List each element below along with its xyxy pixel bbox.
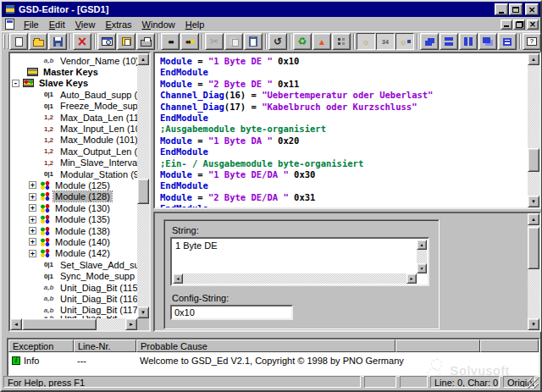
undo-button[interactable] [268, 33, 287, 50]
view-toggle-2-button[interactable] [376, 33, 395, 50]
scroll-left-icon[interactable]: ◄ [173, 273, 183, 284]
expand-icon[interactable]: + [29, 250, 36, 257]
code-area[interactable]: Module = "1 Byte DE " 0x10EndModuleModul… [155, 53, 528, 207]
app-icon[interactable] [5, 4, 15, 14]
scroll-left-icon[interactable]: ◄ [10, 318, 22, 330]
cascade-windows-button[interactable] [420, 33, 439, 50]
scroll-down-icon[interactable]: ▼ [417, 263, 427, 273]
settings-button[interactable] [332, 33, 351, 50]
tree-item-unit-diag-bit-116[interactable]: a,bUnit_Diag_Bit (116) [10, 293, 137, 304]
tile-vertical-button[interactable] [459, 33, 478, 50]
string-value[interactable]: 1 Byte DE [174, 240, 417, 273]
tree-item-unit-diag-bit-117[interactable]: a,bUnit_Diag_Bit (117) [10, 305, 137, 316]
tree-item-unit-diag-bit-115[interactable]: a,bUnit_Diag_Bit (115) [10, 282, 137, 293]
delete-button[interactable] [73, 33, 91, 50]
split-window-button[interactable] [498, 33, 517, 50]
tree-item-module-140[interactable]: +Module (140) [10, 236, 137, 247]
expand-icon[interactable]: + [29, 238, 36, 246]
tree-item-module-125[interactable]: +Module (125) [10, 179, 137, 190]
tree-item-max-input-len-104[interactable]: 1,2Max_Input_Len (104) [10, 123, 137, 134]
new-file-button[interactable] [9, 33, 28, 50]
tree-item-module-138[interactable]: +Module (138) [10, 225, 137, 236]
string-input[interactable]: 1 Byte DE ▲ ▼ ◄ ► [170, 237, 429, 286]
expand-icon[interactable]: + [29, 227, 36, 235]
scroll-up-icon[interactable]: ▲ [417, 240, 427, 250]
menu-view[interactable]: View [70, 19, 101, 30]
editor-vscrollbar[interactable]: ▲ ▼ [528, 53, 539, 207]
tree-hscrollbar[interactable]: ◄ ► [10, 318, 137, 330]
tree-hscroll-thumb[interactable] [22, 318, 97, 330]
burn-button[interactable] [312, 33, 331, 50]
tree-item-sync-mode-supp-79[interactable]: 0|1Sync_Mode_supp (79 [10, 270, 137, 281]
mdi-document-icon[interactable] [5, 19, 14, 30]
expand-icon[interactable]: + [29, 181, 36, 189]
menu-help[interactable]: Help [180, 19, 210, 30]
tree-item-master-keys[interactable]: Master Keys [10, 66, 137, 77]
menu-window[interactable]: Window [137, 19, 180, 30]
form-vscroll-thumb[interactable] [528, 227, 539, 269]
scroll-down-icon[interactable]: ▼ [528, 318, 539, 330]
expand-icon[interactable]: + [29, 193, 36, 201]
tile-horizontal-button[interactable] [440, 33, 458, 50]
menu-file[interactable]: File [19, 19, 44, 30]
column-header-empty[interactable] [395, 340, 480, 352]
maximize-button[interactable] [509, 3, 523, 15]
menu-edit[interactable]: Edit [44, 19, 70, 30]
column-header-line-nr[interactable]: Line-Nr. [74, 340, 136, 352]
toolbar-grip[interactable] [7, 34, 8, 49]
copy-button[interactable] [224, 33, 243, 50]
tree-item-freeze-mode-supp-7[interactable]: 0|1Freeze_Mode_supp (7 [10, 101, 137, 112]
update-button[interactable] [293, 33, 312, 50]
minimize-button[interactable] [495, 3, 508, 15]
collapse-icon[interactable]: - [12, 80, 19, 87]
tree-item-module-130[interactable]: +Module (130) [10, 202, 137, 213]
menu-extras[interactable]: Extras [100, 19, 136, 30]
column-header-probable-cause[interactable]: Probable Cause [136, 340, 395, 352]
tree-item-auto-baud-supp-81[interactable]: 0|1Auto_Baud_supp (81) [10, 89, 137, 100]
tree-vscrollbar[interactable]: ▲ ▼ [137, 53, 149, 318]
config-string-value[interactable]: 0x10 [172, 306, 291, 318]
help-topics-button[interactable] [523, 33, 541, 50]
close-button[interactable]: × [525, 3, 539, 15]
tree-item-module-135[interactable]: +Module (135) [10, 213, 137, 224]
tree-item-vendor-name-10[interactable]: a,bVendor_Name (10) [10, 55, 137, 66]
scroll-down-icon[interactable]: ▼ [528, 196, 539, 207]
tree-item-module-142[interactable]: +Module (142) [10, 248, 137, 259]
find-button[interactable] [161, 33, 180, 50]
string-vscrollbar[interactable]: ▲ ▼ [417, 240, 427, 273]
tree-vscroll-thumb[interactable] [137, 179, 149, 204]
column-header-exception[interactable]: Exception [8, 340, 74, 352]
scroll-right-icon[interactable]: ► [125, 318, 137, 330]
view-toggle-1-button[interactable] [357, 33, 375, 50]
check-gsd-button[interactable] [97, 33, 116, 50]
tree-item-max-output-len-102[interactable]: 1,2Max_Output_Len (102 [10, 146, 137, 157]
tree-item-slave-keys[interactable]: -Slave Keys [10, 78, 137, 89]
expand-icon[interactable]: + [29, 216, 36, 224]
expand-icon[interactable]: + [29, 204, 36, 212]
save-file-button[interactable] [48, 33, 67, 50]
arrange-windows-button[interactable] [478, 33, 497, 50]
find-in-files-button[interactable] [180, 33, 199, 50]
tree-item-max-module-101[interactable]: 1,2Max_Module (101) [10, 135, 137, 146]
scroll-down-icon[interactable]: ▼ [137, 306, 149, 318]
form-vscrollbar[interactable]: ▲ ▼ [528, 213, 539, 330]
tree-item-set-slave-add-supp[interactable]: 0|1Set_Slave_Add_supp [10, 259, 137, 270]
tree-item-max-data-len-110[interactable]: 1,2Max_Data_Len (110) [10, 112, 137, 123]
cut-button[interactable] [205, 33, 224, 50]
mdi-close-button[interactable]: × [527, 19, 539, 30]
tree-item-min-slave-intervall-9[interactable]: 1,2Min_Slave_Intervall (9 [10, 157, 137, 168]
editor-vscroll-thumb[interactable] [528, 148, 539, 172]
string-hscrollbar[interactable]: ◄ ► [173, 273, 417, 284]
config-string-input[interactable]: 0x10 [170, 305, 293, 320]
open-gsd-button[interactable] [117, 33, 136, 50]
scroll-up-icon[interactable]: ▲ [137, 53, 149, 65]
print-button[interactable] [136, 33, 155, 50]
gsd-code-editor[interactable]: Module = "1 Byte DE " 0x10EndModuleModul… [153, 52, 541, 209]
scroll-right-icon[interactable]: ► [406, 273, 417, 284]
view-toggle-3-button[interactable] [395, 33, 414, 50]
tree-item-module-128[interactable]: +Module (128) [10, 191, 137, 202]
toolbar-grip[interactable] [3, 34, 5, 49]
paste-button[interactable] [244, 33, 263, 50]
tree-item-modular-station-96[interactable]: 0|1Modular_Station (96) [10, 168, 137, 179]
mdi-restore-button[interactable] [513, 19, 525, 30]
